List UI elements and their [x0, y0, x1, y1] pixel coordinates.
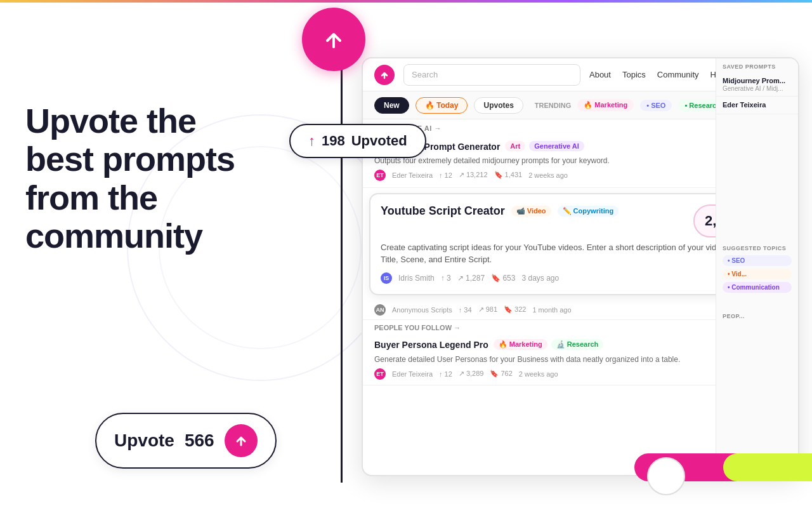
search-bar[interactable]: Search — [403, 64, 580, 86]
people-label: PEOP... — [723, 313, 792, 319]
midjourney-meta: ET Eder Teixeira ↑ 12 ↗ 13,212 🔖 1,431 2… — [374, 170, 749, 181]
upvoted-count: 198 — [322, 133, 345, 149]
buyer-meta: ET Eder Teixeira ↑ 12 ↗ 3,289 🔖 762 2 we… — [374, 368, 749, 380]
saved-item-1-title: Midjourney Prom... — [723, 76, 792, 85]
midjourney-views: ↗ 13,212 — [459, 171, 488, 179]
buyer-tags: 🔥 Marketing 🔬 Research — [494, 339, 604, 350]
anon-upvotes: ↑ 34 — [459, 306, 472, 314]
midjourney-saves: 🔖 1,431 — [494, 171, 523, 179]
bottom-yellow-pill — [723, 453, 812, 481]
midjourney-tags: Art Generative AI — [505, 141, 584, 151]
buyer-avatar: ET — [374, 368, 386, 380]
midjourney-card-content: Midjourney Prompt Generator Art Generati… — [374, 141, 749, 181]
bottom-upvote-num: 566 — [185, 431, 214, 451]
buyer-tag-marketing[interactable]: 🔥 Marketing — [494, 339, 547, 350]
youtube-views: ↗ 1,287 — [457, 274, 485, 283]
youtube-title: Youtube Script Creator — [381, 204, 505, 218]
buyer-card-content: Buyer Persona Legend Pro 🔥 Marketing 🔬 R… — [374, 339, 749, 380]
tag-art[interactable]: Art — [505, 141, 525, 151]
main-layout: GENERATIVE AI → See All Midjourney Promp… — [363, 119, 798, 475]
bottom-upvote-text: Upvote — [114, 431, 174, 451]
buyer-title: Buyer Persona Legend Pro — [374, 340, 488, 350]
midjourney-avatar: ET — [374, 170, 386, 181]
suggested-topics-title: SUGGESTED TOPICS — [723, 245, 792, 251]
nav-about[interactable]: About — [589, 70, 611, 79]
suggested-seo[interactable]: • SEO — [723, 255, 792, 266]
anon-author: Anonymous Scripts — [392, 306, 452, 314]
buyer-time: 2 weeks ago — [519, 370, 558, 378]
buyer-desc: Generate detailed User Personas for your… — [374, 354, 749, 365]
youtube-upvotes: ↑ 3 — [441, 274, 451, 283]
youtube-tag-copywriting[interactable]: ✏️ Copywriting — [558, 206, 619, 217]
nav-community[interactable]: Community — [657, 70, 699, 79]
upvoted-label: Upvoted — [351, 133, 407, 149]
suggested-communication[interactable]: • Communication — [723, 282, 792, 293]
filter-today[interactable]: 🔥 Today — [416, 97, 468, 114]
midjourney-upvotes: ↑ 12 — [439, 171, 452, 179]
anon-avatar: AN — [374, 304, 386, 316]
filter-upvotes[interactable]: Upvotes — [474, 97, 523, 114]
youtube-tag-video[interactable]: 📹 Video — [511, 206, 551, 217]
youtube-avatar: IS — [381, 272, 392, 284]
buyer-upvotes: ↑ 12 — [439, 370, 452, 378]
suggested-vid[interactable]: • Vid... — [723, 269, 792, 279]
app-logo[interactable] — [374, 65, 395, 85]
tag-seo[interactable]: • SEO — [640, 100, 672, 111]
nav-links: About Topics Community Help — [589, 70, 727, 79]
filter-new[interactable]: New — [374, 97, 409, 114]
youtube-card-left: Youtube Script Creator 📹 Video ✏️ Copywr… — [381, 204, 619, 222]
saved-prompts-title: SAVED PROMPTS — [716, 58, 798, 72]
search-placeholder: Search — [412, 70, 438, 79]
saved-item-2-title: Eder Teixeira — [723, 100, 792, 109]
hero-section: Upvote the best prompts from the communi… — [25, 102, 266, 255]
anon-time: 1 month ago — [532, 306, 571, 314]
buyer-tag-research[interactable]: 🔬 Research — [551, 339, 604, 350]
youtube-saves: 🔖 653 — [491, 274, 515, 283]
anon-saves: 🔖 322 — [504, 305, 526, 314]
upvote-arrow-icon: ↑ — [308, 133, 315, 149]
people-title: PEOPLE YOU FOLLOW → — [374, 324, 461, 331]
saved-item-2[interactable]: Eder Teixeira — [716, 97, 798, 114]
buyer-views: ↗ 3,289 — [459, 370, 484, 378]
anon-views: ↗ 981 — [478, 305, 497, 314]
buyer-saves: 🔖 762 — [490, 370, 512, 378]
tag-gen-ai[interactable]: Generative AI — [529, 141, 584, 151]
buyer-author: Eder Teixeira — [392, 370, 433, 378]
saved-item-1-sub: Generative AI / Midj... — [723, 85, 792, 92]
midjourney-author: Eder Teixeira — [392, 171, 433, 179]
hero-title: Upvote the best prompts from the communi… — [25, 102, 266, 255]
top-accent-bar — [0, 0, 812, 3]
upvoted-badge: ↑ 198 Upvoted — [289, 124, 426, 158]
midjourney-time: 2 weeks ago — [528, 171, 568, 179]
tag-marketing[interactable]: 🔥 Marketing — [577, 99, 634, 111]
bottom-upvote-pill[interactable]: Upvote 566 — [95, 413, 277, 469]
nav-topics[interactable]: Topics — [622, 70, 646, 79]
bottom-upvote-arrow[interactable] — [225, 424, 258, 457]
youtube-time: 3 days ago — [521, 274, 559, 283]
midjourney-desc: Outputs four extremely detailed midjourn… — [374, 156, 749, 166]
youtube-author: Idris Smith — [398, 274, 435, 283]
floating-upvote-circle-top[interactable] — [302, 8, 365, 71]
saved-item-1[interactable]: Midjourney Prom... Generative AI / Midj.… — [716, 72, 798, 97]
right-panel: SAVED PROMPTS Midjourney Prom... Generat… — [716, 58, 798, 475]
bottom-white-circle — [647, 457, 685, 495]
trending-label: TRENDING — [535, 102, 571, 109]
browser-mockup: Search About Topics Community Help + Cre… — [362, 57, 799, 476]
